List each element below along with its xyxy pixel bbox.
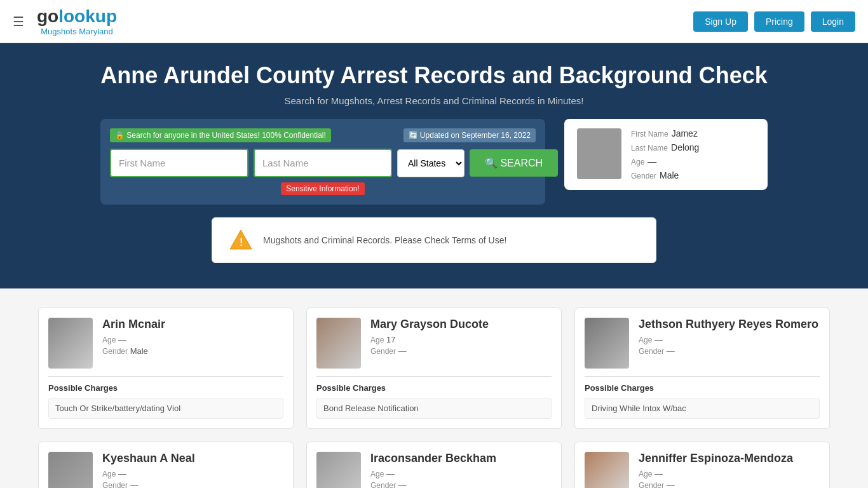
person-age: Age — xyxy=(370,469,496,478)
lastname-value: Delong xyxy=(671,142,699,152)
hamburger-icon[interactable]: ☰ xyxy=(13,14,24,29)
person-gender: Gender — xyxy=(639,346,818,356)
person-age: Age — xyxy=(102,335,165,344)
search-button[interactable]: 🔍 SEARCH xyxy=(470,149,558,177)
search-bar-top: 🔒 Search for anyone in the United States… xyxy=(110,128,536,142)
person-card[interactable]: Iraconsander Beckham Age — Gender — xyxy=(306,442,562,488)
person-card[interactable]: Jenniffer Espinoza-Mendoza Age — Gender … xyxy=(574,442,830,488)
person-details: Jenniffer Espinoza-Mendoza Age — Gender … xyxy=(639,452,793,488)
profile-lastname-row: Last Name Delong xyxy=(631,142,699,152)
lastname-label: Last Name xyxy=(631,144,668,152)
person-details: Kyeshaun A Neal Age — Gender — xyxy=(102,452,195,488)
profile-avatar xyxy=(577,128,621,179)
person-age: Age — xyxy=(639,335,818,344)
charge-item: Touch Or Strike/battery/dating Viol xyxy=(48,398,283,419)
person-gender: Gender Male xyxy=(102,346,165,356)
person-name: Kyeshaun A Neal xyxy=(102,452,195,465)
first-name-input[interactable] xyxy=(110,149,248,177)
person-header: Mary Grayson Ducote Age 17 Gender — xyxy=(316,318,552,369)
people-grid: Arin Mcnair Age — Gender Male Possible C… xyxy=(38,308,830,488)
person-header: Jethson Ruthyery Reyes Romero Age — Gend… xyxy=(585,318,820,369)
person-avatar xyxy=(48,318,93,369)
person-card[interactable]: Jethson Ruthyery Reyes Romero Age — Gend… xyxy=(574,308,830,429)
search-box: 🔒 Search for anyone in the United States… xyxy=(100,119,545,205)
header-right: Sign Up Pricing Login xyxy=(693,11,855,32)
hero-section: Anne Arundel County Arrest Records and B… xyxy=(0,43,868,288)
gender-value: Male xyxy=(660,170,679,180)
person-gender: Gender — xyxy=(370,346,489,356)
profile-firstname-row: First Name Jamez xyxy=(631,128,699,139)
person-header: Jenniffer Espinoza-Mendoza Age — Gender … xyxy=(585,452,820,488)
charges-section: Possible Charges Bond Release Notificati… xyxy=(316,376,552,419)
charges-section: Possible Charges Touch Or Strike/battery… xyxy=(48,376,283,419)
person-age: Age 17 xyxy=(370,335,489,344)
logo-lookup: lookup xyxy=(58,6,117,26)
search-inputs: All States Alabama Alaska Arizona Arkans… xyxy=(110,149,536,177)
charge-item: Driving While Intox W/bac xyxy=(585,398,820,419)
person-details: Iraconsander Beckham Age — Gender — xyxy=(370,452,496,488)
search-container: 🔒 Search for anyone in the United States… xyxy=(13,119,855,205)
person-gender: Gender — xyxy=(639,480,793,488)
person-avatar xyxy=(316,452,361,488)
person-details: Mary Grayson Ducote Age 17 Gender — xyxy=(370,318,489,358)
person-card[interactable]: Arin Mcnair Age — Gender Male Possible C… xyxy=(38,308,294,429)
header-left: ☰ golookup Mugshots Maryland xyxy=(13,6,117,36)
warning-banner: ! Mugshots and Criminal Records. Please … xyxy=(212,217,656,263)
logo-text: golookup xyxy=(37,6,117,27)
logo-subtitle: Mugshots Maryland xyxy=(37,27,117,36)
updated-label: 🔄 Updated on September 16, 2022 xyxy=(403,128,536,142)
person-avatar xyxy=(585,452,629,488)
person-name: Arin Mcnair xyxy=(102,318,165,331)
person-header: Kyeshaun A Neal Age — Gender — xyxy=(48,452,283,488)
profile-preview-card: First Name Jamez Last Name Delong Age — … xyxy=(564,119,768,190)
firstname-label: First Name xyxy=(631,130,668,139)
charges-title: Possible Charges xyxy=(48,383,283,393)
person-details: Arin Mcnair Age — Gender Male xyxy=(102,318,165,358)
person-card[interactable]: Mary Grayson Ducote Age 17 Gender — Poss… xyxy=(306,308,562,429)
logo: golookup Mugshots Maryland xyxy=(37,6,117,36)
sensitive-badge: Sensitive Information! xyxy=(281,182,364,195)
profile-gender-row: Gender Male xyxy=(631,170,699,180)
person-age: Age — xyxy=(639,469,793,478)
header: ☰ golookup Mugshots Maryland Sign Up Pri… xyxy=(0,0,868,43)
svg-text:!: ! xyxy=(240,237,243,248)
person-details: Jethson Ruthyery Reyes Romero Age — Gend… xyxy=(639,318,818,358)
person-avatar xyxy=(48,452,93,488)
age-label: Age xyxy=(631,158,644,166)
person-name: Jenniffer Espinoza-Mendoza xyxy=(639,452,793,465)
age-value: — xyxy=(648,156,656,166)
warning-icon: ! xyxy=(228,227,254,253)
charges-section: Possible Charges Driving While Intox W/b… xyxy=(585,376,820,419)
page-title: Anne Arundel County Arrest Records and B… xyxy=(13,62,855,89)
person-name: Mary Grayson Ducote xyxy=(370,318,489,331)
charges-title: Possible Charges xyxy=(316,383,552,393)
profile-card-inner: First Name Jamez Last Name Delong Age — … xyxy=(577,128,755,180)
person-card[interactable]: Kyeshaun A Neal Age — Gender — xyxy=(38,442,294,488)
charges-title: Possible Charges xyxy=(585,383,820,393)
person-avatar xyxy=(585,318,629,369)
gender-label: Gender xyxy=(631,172,656,180)
profile-age-row: Age — xyxy=(631,156,699,166)
person-avatar xyxy=(316,318,361,369)
person-gender: Gender — xyxy=(102,480,195,488)
logo-go: go xyxy=(37,6,58,26)
person-gender: Gender — xyxy=(370,480,496,488)
last-name-input[interactable] xyxy=(254,149,392,177)
content-area: Arin Mcnair Age — Gender Male Possible C… xyxy=(0,288,868,488)
person-age: Age — xyxy=(102,469,195,478)
login-button[interactable]: Login xyxy=(811,11,855,32)
charge-item: Bond Release Notification xyxy=(316,398,552,419)
warning-text: Mugshots and Criminal Records. Please Ch… xyxy=(263,235,506,245)
person-name: Iraconsander Beckham xyxy=(370,452,496,465)
state-select[interactable]: All States Alabama Alaska Arizona Arkans… xyxy=(397,149,465,177)
signup-button[interactable]: Sign Up xyxy=(693,11,748,32)
person-name: Jethson Ruthyery Reyes Romero xyxy=(639,318,818,331)
hero-subtitle: Search for Mugshots, Arrest Records and … xyxy=(13,95,855,106)
firstname-value: Jamez xyxy=(672,128,698,139)
confidential-label: 🔒 Search for anyone in the United States… xyxy=(110,128,331,142)
pricing-button[interactable]: Pricing xyxy=(754,11,804,32)
person-header: Arin Mcnair Age — Gender Male xyxy=(48,318,283,369)
profile-info: First Name Jamez Last Name Delong Age — … xyxy=(631,128,699,180)
person-header: Iraconsander Beckham Age — Gender — xyxy=(316,452,552,488)
